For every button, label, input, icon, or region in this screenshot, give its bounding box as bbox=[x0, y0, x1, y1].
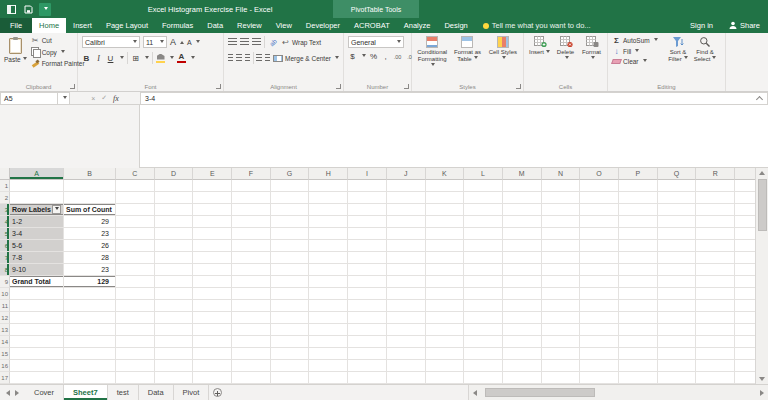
tab-review[interactable]: Review bbox=[230, 18, 269, 33]
cell-B15[interactable] bbox=[64, 348, 116, 360]
cell-N5[interactable] bbox=[542, 228, 581, 240]
cell-H16[interactable] bbox=[309, 360, 348, 372]
cell-G16[interactable] bbox=[271, 360, 310, 372]
scroll-up-button[interactable] bbox=[756, 168, 768, 178]
sheet-tab-cover[interactable]: Cover bbox=[25, 385, 64, 400]
cell-D6[interactable] bbox=[155, 240, 194, 252]
cell-G13[interactable] bbox=[271, 324, 310, 336]
cell-N17[interactable] bbox=[542, 372, 581, 384]
cell-M17[interactable] bbox=[503, 372, 542, 384]
cell-N14[interactable] bbox=[542, 336, 581, 348]
align-middle-icon[interactable] bbox=[240, 38, 249, 46]
cell-K15[interactable] bbox=[426, 348, 465, 360]
cell-R15[interactable] bbox=[696, 348, 735, 360]
cell-H5[interactable] bbox=[309, 228, 348, 240]
cell-G8[interactable] bbox=[271, 264, 310, 276]
cell-O1[interactable] bbox=[580, 180, 619, 192]
cell-G12[interactable] bbox=[271, 312, 310, 324]
cell-B5[interactable]: 23 bbox=[64, 228, 116, 240]
sort-filter-button[interactable]: Sort & Filter bbox=[666, 36, 690, 62]
cell-E2[interactable] bbox=[193, 192, 232, 204]
cell-K5[interactable] bbox=[426, 228, 465, 240]
cell-B14[interactable] bbox=[64, 336, 116, 348]
cell-C3[interactable] bbox=[116, 204, 155, 216]
sheet-tab-test[interactable]: test bbox=[108, 385, 139, 400]
cell-R3[interactable] bbox=[696, 204, 735, 216]
cell-F11[interactable] bbox=[232, 300, 271, 312]
align-left-icon[interactable] bbox=[228, 54, 233, 62]
cell-O2[interactable] bbox=[580, 192, 619, 204]
cell-C16[interactable] bbox=[116, 360, 155, 372]
cell-A15[interactable] bbox=[10, 348, 64, 360]
dialog-launcher-icon[interactable] bbox=[404, 84, 409, 89]
cell-E6[interactable] bbox=[193, 240, 232, 252]
format-as-table-button[interactable]: Format as Table bbox=[451, 36, 483, 62]
column-header-o[interactable]: O bbox=[580, 168, 619, 180]
cell-A9[interactable]: Grand Total bbox=[10, 276, 64, 288]
row-header-14[interactable]: 14 bbox=[0, 336, 10, 348]
sheet-tab-sheet7[interactable]: Sheet7 bbox=[64, 385, 108, 400]
column-header-i[interactable]: I bbox=[348, 168, 387, 180]
cell-P9[interactable] bbox=[619, 276, 658, 288]
cell-M7[interactable] bbox=[503, 252, 542, 264]
cell-P17[interactable] bbox=[619, 372, 658, 384]
cell-M6[interactable] bbox=[503, 240, 542, 252]
row-header-1[interactable]: 1 bbox=[0, 180, 10, 192]
row-header-3[interactable]: 3 bbox=[0, 204, 10, 216]
cell-C17[interactable] bbox=[116, 372, 155, 384]
cell-H11[interactable] bbox=[309, 300, 348, 312]
cell-J14[interactable] bbox=[387, 336, 426, 348]
cell-F7[interactable] bbox=[232, 252, 271, 264]
decrease-font-button[interactable]: A bbox=[187, 39, 200, 46]
cell-N3[interactable] bbox=[542, 204, 581, 216]
cell-G1[interactable] bbox=[271, 180, 310, 192]
cell-K10[interactable] bbox=[426, 288, 465, 300]
cell-H3[interactable] bbox=[309, 204, 348, 216]
vertical-scrollbar[interactable] bbox=[755, 168, 768, 384]
cell-A13[interactable] bbox=[10, 324, 64, 336]
cell-O10[interactable] bbox=[580, 288, 619, 300]
cell-C8[interactable] bbox=[116, 264, 155, 276]
cell-P7[interactable] bbox=[619, 252, 658, 264]
cell-P6[interactable] bbox=[619, 240, 658, 252]
cell-I13[interactable] bbox=[348, 324, 387, 336]
cell-L5[interactable] bbox=[464, 228, 503, 240]
cell-M1[interactable] bbox=[503, 180, 542, 192]
cell-B1[interactable] bbox=[64, 180, 116, 192]
cell-E17[interactable] bbox=[193, 372, 232, 384]
cell-M5[interactable] bbox=[503, 228, 542, 240]
cell-C14[interactable] bbox=[116, 336, 155, 348]
cell-E9[interactable] bbox=[193, 276, 232, 288]
cell-J13[interactable] bbox=[387, 324, 426, 336]
cell-J3[interactable] bbox=[387, 204, 426, 216]
cell-B13[interactable] bbox=[64, 324, 116, 336]
cell-D12[interactable] bbox=[155, 312, 194, 324]
cell-Q12[interactable] bbox=[658, 312, 697, 324]
row-header-7[interactable]: 7 bbox=[0, 252, 10, 264]
formula-expanded-area[interactable] bbox=[140, 105, 768, 168]
fill-color-button[interactable] bbox=[156, 54, 165, 63]
cell-Q10[interactable] bbox=[658, 288, 697, 300]
cell-O13[interactable] bbox=[580, 324, 619, 336]
cell-I3[interactable] bbox=[348, 204, 387, 216]
tab-data[interactable]: Data bbox=[200, 18, 230, 33]
cell-H10[interactable] bbox=[309, 288, 348, 300]
cell-O11[interactable] bbox=[580, 300, 619, 312]
align-bottom-icon[interactable] bbox=[252, 38, 261, 46]
cell-D3[interactable] bbox=[155, 204, 194, 216]
cell-H2[interactable] bbox=[309, 192, 348, 204]
cell-D14[interactable] bbox=[155, 336, 194, 348]
cell-E13[interactable] bbox=[193, 324, 232, 336]
cell-R13[interactable] bbox=[696, 324, 735, 336]
dialog-launcher-icon[interactable] bbox=[216, 84, 221, 89]
cell-P11[interactable] bbox=[619, 300, 658, 312]
italic-button[interactable]: I bbox=[94, 54, 103, 63]
cell-L2[interactable] bbox=[464, 192, 503, 204]
cell-F16[interactable] bbox=[232, 360, 271, 372]
number-format-select[interactable]: General bbox=[348, 36, 404, 48]
align-center-icon[interactable] bbox=[236, 54, 241, 62]
tab-home[interactable]: Home bbox=[32, 18, 66, 33]
cell-M13[interactable] bbox=[503, 324, 542, 336]
cell-L17[interactable] bbox=[464, 372, 503, 384]
cell-J15[interactable] bbox=[387, 348, 426, 360]
